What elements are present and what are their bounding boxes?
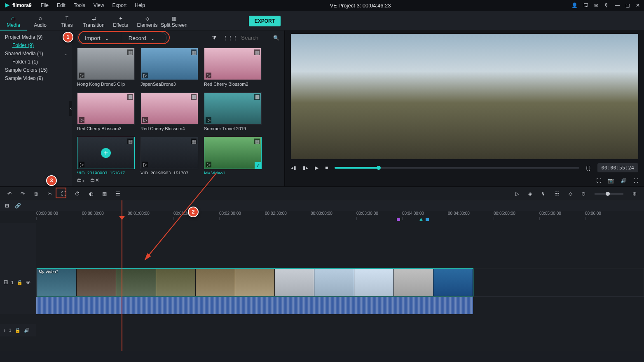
audio-track-1[interactable]: ♪ 1 🔓 🔊 (0, 324, 644, 336)
next-frame-button[interactable]: ▮▸ (303, 165, 308, 171)
mail-icon[interactable]: ✉ (594, 2, 598, 8)
audio-waveform[interactable] (36, 297, 473, 314)
clip-name: VID_20190903_151617 (77, 171, 135, 174)
maximize-icon[interactable]: ▢ (625, 2, 630, 8)
playhead[interactable] (122, 200, 122, 351)
mark-in-out-icon[interactable]: { } (586, 165, 590, 171)
search-input[interactable]: 🔍 (241, 35, 279, 41)
speed-button[interactable]: ⏱ (75, 191, 80, 197)
play-badge-icon: ▷ (206, 117, 211, 123)
sidebar-item-project-media[interactable]: Project Media (9)⌄ (0, 33, 72, 41)
media-clip[interactable]: ▦ ▷ My Video1 (204, 137, 262, 174)
close-icon[interactable]: ✕ (636, 2, 640, 8)
media-clip[interactable]: ▦ ▷ VID_20190903_151707 (141, 137, 198, 174)
render-preview-icon[interactable]: ⛶ (596, 178, 601, 183)
timeline-clip[interactable]: My Video1 (37, 268, 473, 296)
grid-view-icon[interactable]: ⋮⋮⋮ (220, 35, 241, 41)
media-clip[interactable]: ▦ ▷ VID_20190903_151617 (77, 137, 135, 174)
play-button[interactable]: ▶ (315, 165, 318, 171)
menu-export[interactable]: Export (108, 0, 131, 11)
undo-button[interactable]: ↶ (7, 191, 12, 197)
link-icon[interactable]: 🔗 (15, 203, 21, 209)
timeline-marker[interactable] (397, 218, 400, 221)
menu-file[interactable]: File (37, 0, 53, 11)
fullscreen-icon[interactable]: ⛶ (633, 178, 638, 183)
account-icon[interactable]: 👤 (571, 2, 578, 8)
minimize-icon[interactable]: — (615, 2, 620, 8)
render-button[interactable]: ▷ (515, 191, 519, 197)
shapes-icon: ◇ (145, 16, 150, 21)
tab-split-screen[interactable]: ▥Split Screen (161, 16, 187, 30)
tab-titles[interactable]: TTitles (54, 16, 80, 30)
new-folder-icon[interactable]: 🗀₊ (77, 177, 84, 183)
tab-audio[interactable]: ♫Audio (27, 16, 54, 30)
app-logo: filmora9 (4, 2, 32, 9)
split-button[interactable]: ✂ (48, 191, 52, 197)
timeline-marker[interactable] (426, 218, 429, 221)
sidebar-item-shared-media[interactable]: Shared Media (1)⌄ (0, 49, 72, 58)
mic-icon[interactable]: 🎙 (604, 2, 609, 8)
delete-folder-icon[interactable]: 🗀✕ (90, 177, 99, 183)
svg-line-0 (145, 173, 216, 260)
video-track-1[interactable]: 🎞 1 🔓 👁 My Video1 (0, 268, 644, 297)
lock-icon[interactable]: 🔓 (15, 328, 21, 333)
export-button[interactable]: EXPORT (249, 16, 281, 26)
media-clip[interactable]: ▦ ▷ Summer Travel 2019 (204, 92, 262, 131)
timeline-marker[interactable] (419, 218, 423, 221)
search-field[interactable] (241, 35, 270, 41)
voiceover-button[interactable]: 🎙 (541, 191, 546, 197)
adjust-button[interactable]: ☰ (116, 191, 120, 197)
project-title: VE Project 3: 00:04:46:23 (330, 2, 391, 9)
prev-frame-button[interactable]: ◂▮ (291, 165, 296, 171)
save-icon[interactable]: 🖫 (583, 2, 588, 8)
sidebar-item-sample-colors[interactable]: Sample Colors (15) (0, 66, 72, 74)
play-badge-icon: ▷ (206, 162, 211, 167)
tab-effects[interactable]: ✦Effects (107, 16, 134, 30)
add-track-icon[interactable]: ⊞ (5, 203, 9, 209)
media-clip[interactable]: ▦ ▷ Red Cherry Blossom3 (77, 92, 135, 131)
mute-icon[interactable]: 🔊 (24, 328, 30, 333)
sidebar-item-folder1[interactable]: Folder 1 (1) (0, 58, 72, 66)
tab-elements[interactable]: ◇Elements (134, 16, 161, 30)
lock-icon[interactable]: 🔓 (17, 280, 23, 285)
filter-icon[interactable]: ⧩ (209, 35, 220, 41)
mixer-button[interactable]: ☷ (555, 191, 560, 197)
play-badge-icon: ▷ (142, 73, 148, 78)
keyframe-button[interactable]: ◇ (569, 191, 572, 197)
media-clip[interactable]: ▦ ▷ Red Cherry Blossom2 (204, 48, 262, 87)
tab-media[interactable]: 🗀 Media (0, 16, 27, 31)
timecode-display: 00:00:55:24 (597, 163, 638, 172)
transition-icon: ⇄ (91, 16, 97, 21)
chevron-down-icon: ⌄ (64, 52, 67, 56)
marker-button[interactable]: ◈ (528, 191, 532, 197)
tab-transition[interactable]: ⇄Transition (80, 16, 107, 30)
media-clip[interactable]: ▦ ▷ Hong Kong Drone5 Clip (77, 48, 135, 87)
zoom-in-button[interactable]: ⊕ (632, 191, 637, 197)
menu-tools[interactable]: Tools (70, 0, 89, 11)
sidebar-item-sample-video[interactable]: Sample Video (9) (0, 74, 72, 82)
menu-help[interactable]: Help (131, 0, 149, 11)
media-clip[interactable]: ▦ ▷ Red Cherry Blossom4 (141, 92, 198, 131)
annotation-box-3 (56, 188, 66, 198)
menu-view[interactable]: View (89, 0, 108, 11)
volume-icon[interactable]: 🔊 (621, 178, 627, 183)
delete-button[interactable]: 🗑 (34, 191, 39, 197)
playback-slider[interactable] (335, 167, 579, 169)
visibility-icon[interactable]: 👁 (26, 280, 30, 285)
play-badge-icon: ▷ (79, 162, 84, 167)
sidebar-item-folder[interactable]: Folder (9) (0, 41, 72, 49)
zoom-out-button[interactable]: ⊖ (581, 191, 585, 197)
menu-edit[interactable]: Edit (53, 0, 70, 11)
annotation-badge-3: 3 (46, 175, 57, 186)
stop-button[interactable]: ■ (325, 165, 328, 171)
media-clip[interactable]: ▦ ▷ JapanSeaDrone3 (141, 48, 198, 87)
color-button[interactable]: ◐ (89, 191, 93, 197)
redo-button[interactable]: ↷ (21, 191, 25, 197)
green-screen-button[interactable]: ▧ (102, 191, 107, 197)
attached-audio[interactable] (0, 297, 644, 314)
ruler-tick: 00:05:00:00 (494, 211, 515, 216)
zoom-slider[interactable] (595, 193, 623, 195)
timeline-ruler[interactable]: 00:00:00:0000:00:30:0000:01:00:0000:01:3… (36, 211, 644, 223)
clip-name: Red Cherry Blossom3 (77, 126, 135, 131)
snapshot-icon[interactable]: 📷 (608, 178, 614, 183)
